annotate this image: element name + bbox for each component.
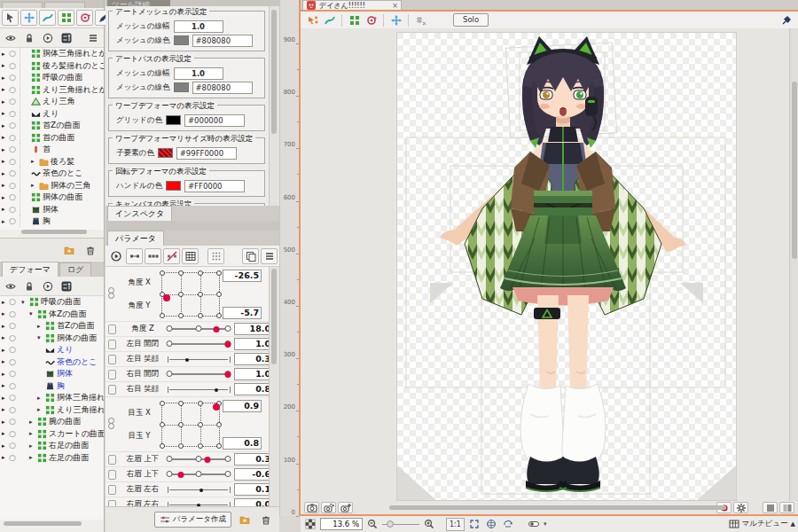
tab-log[interactable]: ログ <box>59 262 91 277</box>
onion-toggle-button[interactable] <box>527 518 541 530</box>
rotate-view-button[interactable] <box>501 518 515 530</box>
view-split-button[interactable] <box>779 502 794 513</box>
keyform-caret-icon[interactable]: ▸ <box>2 299 9 306</box>
tree-item[interactable]: ▸○呼吸の曲面 <box>0 72 104 84</box>
expand-caret-icon[interactable]: ▸ <box>29 430 37 437</box>
keyform-caret-icon[interactable]: ▸ <box>2 218 9 225</box>
visibility-circle-icon[interactable]: ○ <box>9 50 20 58</box>
rotate-deformer-button[interactable] <box>364 13 379 27</box>
tab-parameter[interactable]: パラメータ <box>107 231 164 246</box>
camera-rotate-button[interactable] <box>321 502 336 513</box>
create-parameter-button[interactable]: パラメータ作成 <box>154 512 231 528</box>
settings-value-field[interactable]: #808080 <box>192 35 253 47</box>
parameter-value-field[interactable]: -26.5 <box>223 270 262 282</box>
key-add-button[interactable] <box>126 248 143 264</box>
visibility-circle-icon[interactable]: ○ <box>9 394 20 402</box>
menu-button[interactable] <box>85 30 101 45</box>
solo-circle-button[interactable] <box>40 278 56 293</box>
visibility-circle-icon[interactable]: ○ <box>9 406 20 414</box>
visibility-circle-icon[interactable]: ○ <box>9 158 20 166</box>
color-swatch[interactable] <box>158 148 173 158</box>
visibility-circle-icon[interactable]: ○ <box>9 182 20 190</box>
expand-caret-icon[interactable]: ▸ <box>37 395 45 402</box>
keyform-caret-icon[interactable]: ▸ <box>2 442 9 450</box>
keyform-caret-icon[interactable]: ▸ <box>2 430 9 437</box>
tree-item[interactable]: ▸○首の曲面 <box>0 132 104 145</box>
visibility-circle-icon[interactable]: ○ <box>9 334 20 342</box>
parts-hscrollbar[interactable] <box>0 229 104 236</box>
keyform-caret-icon[interactable]: ▸ <box>2 146 9 153</box>
visibility-circle-icon[interactable]: ○ <box>9 62 20 70</box>
visibility-circle-icon[interactable]: ○ <box>9 454 20 462</box>
parameter-slider[interactable] <box>167 498 231 506</box>
tree-item[interactable]: ▸○茶色のとこ <box>0 356 104 369</box>
parameter-value-field[interactable]: 18.0 <box>234 323 269 335</box>
tree-item[interactable]: ▸○▸後ろ髪 <box>0 156 104 168</box>
tool-detail-tab[interactable]: ツール詳細 <box>106 0 279 6</box>
tree-item[interactable]: ▸○首Zの曲面 <box>0 120 104 132</box>
visibility-circle-icon[interactable]: ○ <box>9 169 20 177</box>
keyform-caret-icon[interactable]: ▸ <box>2 371 9 378</box>
arrow-mesh-button[interactable] <box>305 13 320 27</box>
parameter-value-field[interactable]: -5.7 <box>223 307 262 319</box>
tree-item[interactable]: ▸○胴体の曲面 <box>0 192 104 204</box>
keyform-caret-icon[interactable]: ▸ <box>2 395 9 402</box>
keyform-caret-icon[interactable]: ▸ <box>2 334 9 341</box>
fit-button[interactable] <box>467 518 481 530</box>
multiview-control[interactable]: マルチビュー▲ <box>729 519 795 529</box>
tab-inspector[interactable]: インスペクタ <box>107 206 172 221</box>
left-tab-stub-2[interactable] <box>44 2 85 8</box>
keyform-list-button[interactable] <box>207 248 224 264</box>
tree-item[interactable]: ▸○えり <box>0 344 104 356</box>
parameter-value-field[interactable]: 0.8 <box>234 383 269 395</box>
solo-circle-button[interactable] <box>40 30 56 45</box>
parameter-slider[interactable] <box>167 368 231 380</box>
tree-item[interactable]: ▸○▸右足の曲面 <box>0 440 104 452</box>
expand-caret-icon[interactable]: ▸ <box>37 406 45 413</box>
visibility-button[interactable] <box>3 278 19 293</box>
sphere-button[interactable] <box>484 518 498 530</box>
play-circle-button[interactable] <box>107 248 124 264</box>
tab-deformer[interactable]: デフォーマ <box>2 262 59 277</box>
pin-button[interactable] <box>778 13 794 27</box>
keyform-caret-icon[interactable]: ▸ <box>2 358 9 365</box>
visibility-circle-icon[interactable]: ○ <box>9 382 20 390</box>
visibility-button[interactable] <box>3 30 19 45</box>
snap-grid-button[interactable] <box>413 13 428 27</box>
expand-caret-icon[interactable]: ▾ <box>37 334 45 341</box>
left-tab-stub-1[interactable] <box>2 2 43 8</box>
trash-button[interactable] <box>257 512 274 528</box>
parameter-row[interactable]: 左目 開閉1.0 <box>106 337 269 352</box>
keyform-caret-icon[interactable]: ▸ <box>2 98 9 106</box>
move-points-button[interactable] <box>20 10 37 26</box>
collapse-arrow-icon[interactable]: ▲ <box>791 520 795 528</box>
parameter-scrollbar[interactable] <box>269 267 279 506</box>
visibility-circle-icon[interactable]: ○ <box>9 145 20 153</box>
keyform-caret-icon[interactable]: ▸ <box>2 347 9 354</box>
gear-button[interactable] <box>733 502 748 513</box>
lasso-select-button[interactable] <box>2 10 19 26</box>
menu-button[interactable] <box>261 248 278 264</box>
parameter-row[interactable]: 角度 X角度 Y-26.5-5.7 <box>106 267 269 322</box>
xy-pad[interactable] <box>161 403 220 447</box>
tree-item[interactable]: ▸○胸 <box>0 380 104 393</box>
color-swatch[interactable] <box>166 115 181 125</box>
tree-item[interactable]: ▸○胴体 <box>0 368 104 380</box>
value-marker[interactable] <box>213 403 220 411</box>
settings-value-field[interactable]: 1.0 <box>174 20 223 33</box>
keyform-caret-icon[interactable]: ▸ <box>2 134 9 141</box>
keyform-caret-icon[interactable]: ▸ <box>2 158 9 165</box>
camera-add-button[interactable] <box>338 502 353 513</box>
keyform-grid-button[interactable] <box>182 248 199 264</box>
tree-item[interactable]: ▸○▸胴体の三角 <box>0 180 104 192</box>
tree-item[interactable]: ▸○▾胴体の曲面 <box>0 332 104 345</box>
zoom-slider[interactable] <box>382 519 419 529</box>
tree-item[interactable]: ▸○胸 <box>0 215 104 228</box>
trash-button[interactable] <box>82 242 98 258</box>
keyform-caret-icon[interactable]: ▸ <box>2 51 9 58</box>
parameter-slider[interactable] <box>167 468 231 481</box>
visibility-circle-icon[interactable]: ○ <box>9 98 20 106</box>
settings-value-field[interactable]: 1.0 <box>174 67 223 80</box>
keyform-caret-icon[interactable]: ▸ <box>2 182 9 189</box>
visibility-circle-icon[interactable]: ○ <box>9 121 20 129</box>
